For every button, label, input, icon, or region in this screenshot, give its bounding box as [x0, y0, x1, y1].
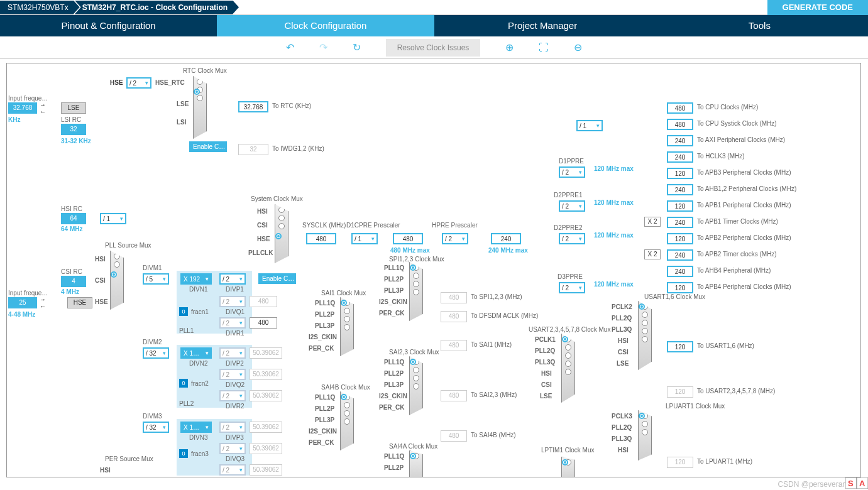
divn3-lbl: DIVN3: [189, 434, 207, 441]
pll-hse: HSE: [95, 298, 108, 305]
fracn3-val[interactable]: 0: [179, 449, 188, 458]
divr1[interactable]: / 2: [219, 317, 246, 329]
hse-input[interactable]: 25: [8, 297, 37, 308]
badge-icon: SA: [845, 477, 868, 490]
divr3[interactable]: / 2: [219, 464, 246, 476]
divp3[interactable]: / 2: [219, 422, 246, 433]
bus-div[interactable]: / 1: [576, 120, 603, 131]
zoom-out-icon[interactable]: ⊖: [574, 41, 582, 53]
fracn1-lbl: fracn1: [191, 308, 209, 315]
usart2-mux[interactable]: [561, 334, 575, 403]
sai4a-mux[interactable]: [409, 450, 423, 477]
redo-icon[interactable]: ↷: [319, 41, 327, 53]
divq2-out: 50.39062: [250, 369, 282, 380]
d1cpre-out[interactable]: 480: [393, 233, 423, 244]
sai4b-title: SAI4B Clock Mux: [321, 384, 370, 391]
spi-perck: PER_CK: [379, 310, 405, 317]
d2ppre2[interactable]: / 2: [559, 233, 585, 244]
sai1-mux[interactable]: [340, 297, 354, 356]
lptim-mux[interactable]: [561, 457, 575, 477]
u16-lse: LSE: [617, 360, 629, 367]
fit-icon[interactable]: ⛶: [539, 42, 549, 53]
main-tabs: Pinout & Configuration Clock Configurati…: [0, 15, 868, 36]
zoom-in-icon[interactable]: ⊕: [505, 41, 514, 53]
system-clock-mux[interactable]: [275, 204, 288, 263]
divq3-lbl: DIVQ3: [226, 455, 244, 462]
lsi-mux-label: LSI: [177, 119, 187, 126]
hpre-out[interactable]: 240: [491, 233, 521, 244]
divn1[interactable]: X 192: [180, 273, 212, 285]
enable-css-sys[interactable]: Enable C…: [258, 273, 296, 284]
cpu-out: 480: [667, 102, 693, 114]
usart16-mux[interactable]: [638, 301, 652, 370]
d2ppre1[interactable]: / 2: [559, 200, 585, 212]
iwdg-to: To IWDG1,2 (KHz): [272, 145, 324, 152]
apb1-to: To APB1 Peripheral Clocks (MHz): [697, 202, 791, 209]
divp2[interactable]: / 2: [219, 347, 246, 359]
axi-out: 240: [667, 135, 693, 146]
d3ppre[interactable]: / 2: [559, 282, 585, 293]
lp-pclk3: PCLK3: [612, 413, 632, 420]
d1cpre[interactable]: / 1: [351, 233, 378, 244]
tab-project[interactable]: Project Manager: [434, 15, 651, 36]
sai23-mux[interactable]: [409, 356, 423, 415]
pll-hsi: HSI: [95, 256, 106, 263]
hse-rtc-label: HSE_RTC: [155, 79, 185, 86]
systick-out: 480: [667, 119, 693, 130]
divp1[interactable]: / 2: [219, 273, 246, 285]
sai4b-mux[interactable]: [340, 391, 354, 450]
divm2[interactable]: / 32: [143, 347, 169, 359]
lpuart-mux[interactable]: [638, 410, 652, 460]
svg-text:A: A: [859, 479, 865, 488]
divm1[interactable]: / 5: [143, 273, 169, 285]
u2-pll2q: PLL2Q: [535, 347, 555, 354]
rtc-mux[interactable]: [193, 76, 207, 139]
pll-source-mux[interactable]: [110, 251, 124, 310]
axi-to: To AXI Peripheral Clocks (MHz): [697, 136, 785, 143]
apb2t-to: To APB2 Timer clocks (MHz): [697, 251, 777, 258]
sai4b-pll3p: PLL3P: [315, 416, 334, 423]
usart16-to: To USART1,6 (MHz): [697, 342, 754, 349]
tab-clock[interactable]: Clock Configuration: [217, 15, 434, 36]
divn3[interactable]: X 1…: [180, 422, 212, 433]
d3ppre-lbl: D3PPRE: [558, 273, 583, 280]
hpre[interactable]: / 2: [442, 233, 468, 244]
sysclk[interactable]: 480: [306, 233, 336, 244]
spi-mux[interactable]: [409, 262, 423, 321]
hse-rtc-div[interactable]: / 2: [126, 77, 151, 89]
enable-css-rtc[interactable]: Enable C…: [189, 141, 227, 152]
sai23-perck: PER_CK: [379, 404, 405, 411]
undo-icon[interactable]: ↶: [286, 41, 294, 53]
tab-tools[interactable]: Tools: [651, 15, 868, 36]
d1ppre[interactable]: / 2: [559, 166, 585, 178]
bc-chip[interactable]: STM32H750VBTx: [0, 1, 80, 14]
generate-code-button[interactable]: GENERATE CODE: [767, 0, 868, 16]
hse-box: HSE: [67, 297, 92, 308]
apb4-out: 120: [667, 282, 693, 293]
hclk3-out: 240: [667, 151, 693, 163]
divn2[interactable]: X 1…: [180, 347, 212, 359]
sai23-pll1q: PLL1Q: [384, 359, 404, 366]
apb2t-out: 240: [667, 249, 693, 261]
fracn2-val[interactable]: 0: [179, 379, 188, 388]
csi-hint: 4 MHz: [61, 288, 79, 295]
hsi-div[interactable]: / 1: [100, 213, 126, 224]
bc-file[interactable]: STM32H7_RTC.ioc - Clock Configuration: [75, 1, 239, 14]
fracn1-val[interactable]: 0: [179, 307, 188, 316]
lsirc-label: LSI RC: [61, 116, 81, 123]
refresh-icon[interactable]: ↻: [353, 41, 361, 53]
divq3[interactable]: / 2: [219, 443, 246, 454]
rtc-out[interactable]: 32.768: [238, 101, 268, 112]
clock-canvas[interactable]: Input freque… 32.768 →← KHz LSE LSI RC 3…: [6, 63, 861, 477]
tab-pinout[interactable]: Pinout & Configuration: [0, 15, 217, 36]
hse-label: HSE: [110, 79, 123, 86]
divq2[interactable]: / 2: [219, 369, 246, 380]
divr2[interactable]: / 2: [219, 390, 246, 401]
divq1[interactable]: / 2: [219, 296, 246, 307]
divm3[interactable]: / 32: [143, 422, 169, 433]
sys-csi: CSI: [257, 222, 268, 229]
sai1-i2s: I2S_CKIN: [309, 334, 337, 340]
divr2-out: 50.39062: [250, 390, 282, 401]
resolve-clock-issues-button[interactable]: Resolve Clock Issues: [386, 39, 481, 57]
lse-input[interactable]: 32.768: [8, 102, 37, 114]
